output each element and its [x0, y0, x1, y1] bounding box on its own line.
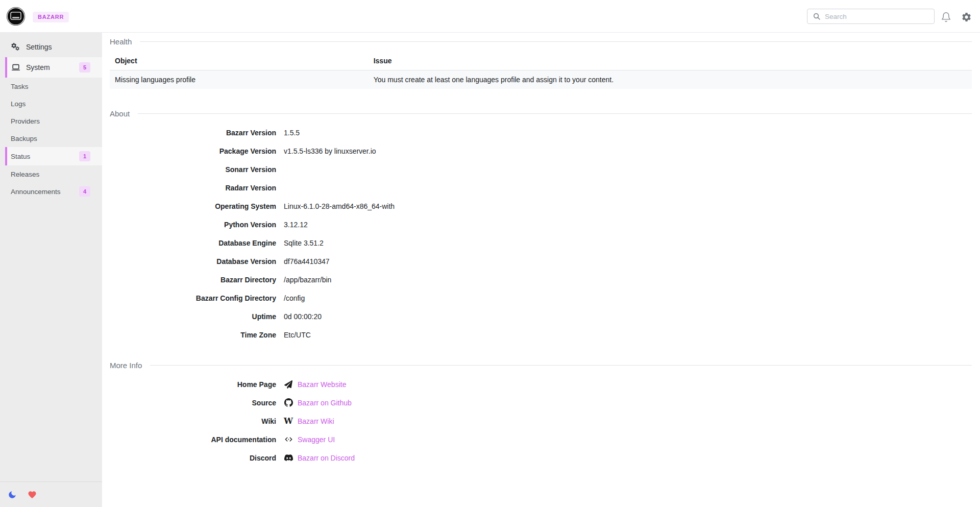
kv-label: Operating System — [110, 202, 276, 210]
sidebar-item-releases[interactable]: Releases — [5, 165, 102, 183]
kv-value: v1.5.5-ls336 by linuxserver.io — [284, 147, 376, 155]
list-item: Wiki W Bazarr Wiki — [110, 415, 972, 427]
search-icon — [813, 12, 821, 20]
about-section-title: About — [110, 107, 972, 119]
github-link[interactable]: Bazarr on Github — [284, 398, 352, 407]
bazarr-logo[interactable] — [6, 7, 26, 26]
app-header: BAZARR — [0, 0, 980, 33]
kv-value: 3.12.12 — [284, 220, 308, 229]
kv-label: Bazarr Config Directory — [110, 294, 276, 302]
sidebar-item-logs[interactable]: Logs — [5, 95, 102, 112]
kv-label: Discord — [110, 454, 276, 462]
discord-icon — [284, 453, 293, 463]
list-item: Operating SystemLinux-6.1.0-28-amd64-x86… — [110, 200, 972, 212]
kv-label: Source — [110, 399, 276, 407]
brand-badge[interactable]: BAZARR — [33, 12, 69, 22]
sidebar-item-status[interactable]: Status 1 — [5, 147, 102, 165]
kv-label: Sonarr Version — [110, 165, 276, 174]
list-item: Time ZoneEtc/UTC — [110, 329, 972, 341]
moon-icon[interactable] — [8, 490, 17, 499]
heart-icon[interactable] — [28, 490, 37, 499]
kv-value: /config — [284, 294, 305, 302]
list-item: Home Page Bazarr Website — [110, 378, 972, 390]
list-item: Python Version3.12.12 — [110, 219, 972, 230]
list-item: Bazarr Directory/app/bazarr/bin — [110, 274, 972, 285]
health-section-title: Health — [110, 35, 972, 47]
kv-label: Radarr Version — [110, 184, 276, 192]
kv-label: Database Engine — [110, 239, 276, 247]
health-table: Object Issue Missing languages profile Y… — [110, 52, 972, 89]
discord-link[interactable]: Bazarr on Discord — [284, 453, 355, 463]
health-col-object: Object — [110, 52, 369, 70]
main-content: Health Object Issue Missing languages pr… — [102, 33, 980, 507]
sidebar-item-tasks[interactable]: Tasks — [5, 78, 102, 95]
wikipedia-icon: W — [284, 417, 293, 426]
system-count-badge: 5 — [79, 62, 90, 73]
sidebar-item-label: System — [26, 63, 50, 71]
sidebar-item-backups[interactable]: Backups — [5, 130, 102, 147]
list-item: Package Versionv1.5.5-ls336 by linuxserv… — [110, 145, 972, 157]
more-info-section-title: More Info — [110, 359, 972, 371]
announcements-count-badge: 4 — [79, 186, 90, 197]
link-label: Bazarr on Github — [298, 399, 352, 407]
more-info-list: Home Page Bazarr Website Source — [110, 378, 972, 464]
kv-value: 0d 00:00:20 — [284, 312, 322, 321]
settings-gear-icon[interactable] — [961, 12, 972, 22]
health-section: Health Object Issue Missing languages pr… — [110, 35, 972, 89]
sidebar-item-label: Logs — [11, 100, 26, 108]
sidebar-item-settings[interactable]: Settings — [5, 37, 102, 57]
kv-label: Time Zone — [110, 331, 276, 339]
list-item: Database EngineSqlite 3.51.2 — [110, 237, 972, 249]
sidebar-item-providers[interactable]: Providers — [5, 112, 102, 130]
sidebar-item-announcements[interactable]: Announcements 4 — [5, 183, 102, 200]
link-label: Bazarr Wiki — [298, 417, 334, 425]
table-row: Missing languages profile You must creat… — [110, 70, 972, 89]
sidebar-footer — [0, 481, 102, 507]
search-input[interactable] — [825, 13, 929, 20]
link-label: Bazarr on Discord — [298, 454, 355, 462]
sidebar-item-system[interactable]: System 5 — [5, 57, 102, 78]
kv-value: 1.5.5 — [284, 128, 300, 137]
api-docs-link[interactable]: Swagger UI — [284, 435, 335, 444]
about-list: Bazarr Version1.5.5 Package Versionv1.5.… — [110, 127, 972, 341]
notifications-bell-icon[interactable] — [941, 12, 951, 22]
kv-value: Sqlite 3.51.2 — [284, 238, 324, 247]
gears-icon — [11, 42, 21, 52]
kv-value: df76a4410347 — [284, 257, 330, 265]
section-title-rule — [138, 113, 972, 114]
about-section: About Bazarr Version1.5.5 Package Versio… — [110, 107, 972, 341]
sidebar-item-label: Status — [11, 153, 30, 160]
kv-value: Linux-6.1.0-28-amd64-x86_64-with — [284, 202, 395, 210]
health-row-object: Missing languages profile — [110, 70, 369, 89]
github-icon — [284, 398, 293, 407]
sidebar-item-label: Tasks — [11, 83, 29, 90]
list-item: Bazarr Version1.5.5 — [110, 127, 972, 138]
kv-value: Etc/UTC — [284, 330, 311, 339]
sidebar-item-label: Releases — [11, 171, 39, 178]
kv-label: Uptime — [110, 312, 276, 321]
section-title-text: Health — [110, 37, 132, 46]
sidebar-item-label: Settings — [26, 43, 52, 51]
sidebar-item-label: Announcements — [11, 188, 61, 196]
link-label: Swagger UI — [298, 436, 335, 444]
kv-value: /app/bazarr/bin — [284, 275, 331, 284]
kv-label: Package Version — [110, 147, 276, 155]
section-title-text: More Info — [110, 361, 142, 370]
paper-plane-icon — [284, 380, 293, 389]
status-count-badge: 1 — [79, 151, 90, 161]
kv-label: Database Version — [110, 257, 276, 265]
more-info-section: More Info Home Page Bazarr Website Sourc… — [110, 359, 972, 464]
kv-label: Bazarr Directory — [110, 276, 276, 284]
kv-label: Wiki — [110, 417, 276, 425]
code-icon — [284, 435, 293, 444]
list-item: Source Bazarr on Github — [110, 397, 972, 408]
list-item: Radarr Version — [110, 182, 972, 194]
search-box — [807, 9, 935, 24]
link-label: Bazarr Website — [298, 380, 346, 389]
health-row-issue: You must create at least one languages p… — [369, 70, 972, 89]
wiki-link[interactable]: W Bazarr Wiki — [284, 417, 334, 426]
home-page-link[interactable]: Bazarr Website — [284, 380, 346, 389]
sidebar: Settings System 5 Tasks Logs Providers B… — [0, 33, 102, 507]
health-col-issue: Issue — [369, 52, 972, 70]
sidebar-item-label: Backups — [11, 135, 37, 142]
